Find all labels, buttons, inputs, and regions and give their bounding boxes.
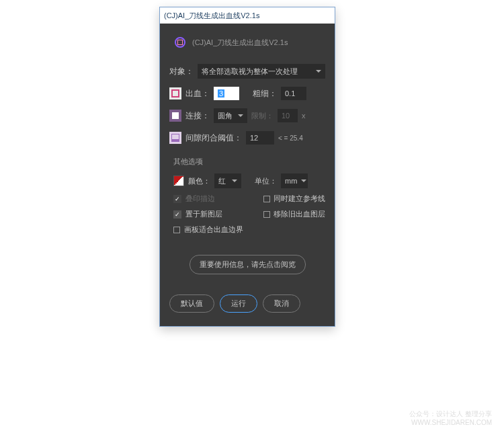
join-select[interactable]: 圆角 xyxy=(214,108,247,123)
gap-value: 12 xyxy=(250,134,258,142)
window-title: (CJ)AI_刀线生成出血线V2.1s xyxy=(164,11,259,21)
footer-buttons: 默认值 运行 取消 xyxy=(167,282,328,315)
bleed-value: 3 xyxy=(218,89,224,97)
color-row: 颜色： 红 单位： mm xyxy=(173,171,325,191)
join-value: 圆角 xyxy=(218,111,233,121)
gap-input[interactable]: 12 xyxy=(246,131,274,145)
limit-input: 10 xyxy=(278,109,298,122)
unit-select[interactable]: mm xyxy=(281,173,308,188)
limit-label: 限制： xyxy=(251,111,274,121)
bleed-row: 出血： 3 粗细： 0.1 xyxy=(167,83,328,104)
gap-row: 间隙闭合阈值： 12 < = 25.4 xyxy=(167,127,328,149)
target-row: 对象： 将全部选取视为整体一次处理 xyxy=(167,60,328,83)
default-button[interactable]: 默认值 xyxy=(169,294,214,313)
watermark-line2: WWW.SHEJIDAREN.COM xyxy=(409,418,492,427)
overprint-checkbox xyxy=(173,195,181,203)
newlayer-label: 置于新图层 xyxy=(185,209,222,219)
newlayer-checkbox[interactable] xyxy=(173,210,181,219)
overprint-guides-row: 叠印描边 同时建立参考线 xyxy=(173,191,325,206)
guides-checkbox[interactable] xyxy=(263,196,270,202)
dialog-window: (CJ)AI_刀线生成出血线V2.1s (CJ)AI_刀线生成出血线V2.1s … xyxy=(159,7,335,327)
dialog-content: (CJ)AI_刀线生成出血线V2.1s 对象： 将全部选取视为整体一次处理 出血… xyxy=(160,24,335,326)
color-value: 红 xyxy=(218,176,226,186)
stroke-label: 粗细： xyxy=(253,88,277,100)
unit-value: mm xyxy=(285,177,297,185)
target-select[interactable]: 将全部选取视为整体一次处理 xyxy=(198,64,325,79)
join-icon xyxy=(169,110,181,122)
app-icon xyxy=(175,37,185,48)
limit-unit: x xyxy=(302,112,306,120)
chevron-down-icon xyxy=(238,114,243,117)
target-select-value: 将全部选取视为整体一次处理 xyxy=(202,67,298,77)
cancel-button[interactable]: 取消 xyxy=(263,294,300,313)
artboard-checkbox[interactable] xyxy=(173,227,180,233)
other-title: 其他选项 xyxy=(173,157,325,167)
color-swatch-icon xyxy=(173,175,184,186)
join-label: 连接： xyxy=(185,110,210,122)
dialog-header: (CJ)AI_刀线生成出血线V2.1s xyxy=(167,32,328,60)
watermark: 公众号：设计达人 整理分享 WWW.SHEJIDAREN.COM xyxy=(409,409,492,427)
removeold-checkbox[interactable] xyxy=(263,211,270,218)
removeold-label: 移除旧出血图层 xyxy=(274,209,325,219)
overprint-label: 叠印描边 xyxy=(185,194,215,204)
other-options-group: 其他选项 颜色： 红 单位： mm 叠印描边 xyxy=(167,154,328,239)
gap-note: < = 25.4 xyxy=(278,134,303,142)
chevron-down-icon xyxy=(232,180,237,182)
artboard-label: 画板适合出血边界 xyxy=(184,225,243,235)
title-bar[interactable]: (CJ)AI_刀线生成出血线V2.1s xyxy=(160,7,335,24)
target-label: 对象： xyxy=(169,66,194,77)
unit-label: 单位： xyxy=(255,176,277,186)
bleed-label: 出血： xyxy=(185,88,210,100)
bleed-input[interactable]: 3 xyxy=(214,87,239,100)
chevron-down-icon xyxy=(301,180,306,182)
color-label: 颜色： xyxy=(188,176,210,186)
gap-label: 间隙闭合阈值： xyxy=(185,132,242,144)
join-row: 连接： 圆角 限制： 10 x xyxy=(167,104,328,127)
guides-label: 同时建立参考线 xyxy=(274,194,325,204)
chevron-down-icon xyxy=(316,70,321,73)
bleed-icon xyxy=(169,87,181,100)
color-select[interactable]: 红 xyxy=(214,173,241,188)
stroke-value: 0.1 xyxy=(285,89,295,97)
layer-row: 置于新图层 移除旧出血图层 xyxy=(173,206,325,222)
limit-value: 10 xyxy=(282,112,290,120)
run-button[interactable]: 运行 xyxy=(220,294,257,313)
info-button[interactable]: 重要使用信息，请先点击阅览 xyxy=(190,255,306,274)
stroke-input[interactable]: 0.1 xyxy=(281,87,306,100)
watermark-line1: 公众号：设计达人 整理分享 xyxy=(409,409,492,418)
gap-icon xyxy=(169,132,181,144)
artboard-row: 画板适合出血边界 xyxy=(173,222,325,237)
dialog-title: (CJ)AI_刀线生成出血线V2.1s xyxy=(192,38,288,48)
